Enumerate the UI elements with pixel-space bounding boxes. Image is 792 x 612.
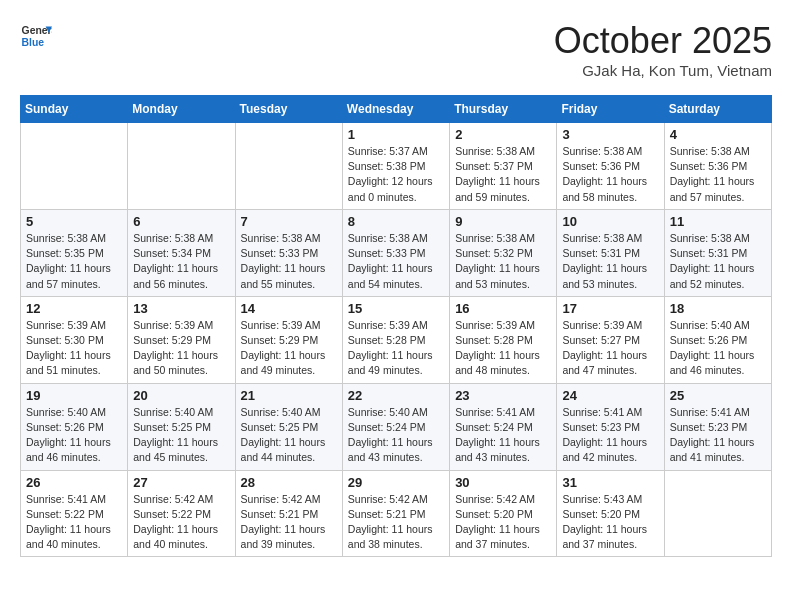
day-info: Sunrise: 5:39 AM Sunset: 5:29 PM Dayligh… [133, 318, 229, 379]
calendar-cell [21, 123, 128, 210]
svg-text:Blue: Blue [22, 37, 45, 48]
calendar-cell [664, 470, 771, 557]
day-info: Sunrise: 5:41 AM Sunset: 5:24 PM Dayligh… [455, 405, 551, 466]
day-info: Sunrise: 5:38 AM Sunset: 5:36 PM Dayligh… [562, 144, 658, 205]
day-info: Sunrise: 5:41 AM Sunset: 5:22 PM Dayligh… [26, 492, 122, 553]
day-number: 8 [348, 214, 444, 229]
calendar-cell: 22Sunrise: 5:40 AM Sunset: 5:24 PM Dayli… [342, 383, 449, 470]
day-number: 2 [455, 127, 551, 142]
calendar-cell: 7Sunrise: 5:38 AM Sunset: 5:33 PM Daylig… [235, 209, 342, 296]
column-header-tuesday: Tuesday [235, 96, 342, 123]
calendar-cell: 15Sunrise: 5:39 AM Sunset: 5:28 PM Dayli… [342, 296, 449, 383]
day-number: 6 [133, 214, 229, 229]
day-number: 29 [348, 475, 444, 490]
day-info: Sunrise: 5:37 AM Sunset: 5:38 PM Dayligh… [348, 144, 444, 205]
calendar-cell: 20Sunrise: 5:40 AM Sunset: 5:25 PM Dayli… [128, 383, 235, 470]
day-number: 22 [348, 388, 444, 403]
calendar-cell: 26Sunrise: 5:41 AM Sunset: 5:22 PM Dayli… [21, 470, 128, 557]
day-info: Sunrise: 5:40 AM Sunset: 5:25 PM Dayligh… [133, 405, 229, 466]
calendar-cell: 6Sunrise: 5:38 AM Sunset: 5:34 PM Daylig… [128, 209, 235, 296]
day-info: Sunrise: 5:42 AM Sunset: 5:22 PM Dayligh… [133, 492, 229, 553]
day-number: 30 [455, 475, 551, 490]
day-info: Sunrise: 5:40 AM Sunset: 5:25 PM Dayligh… [241, 405, 337, 466]
day-number: 25 [670, 388, 766, 403]
day-number: 5 [26, 214, 122, 229]
calendar-cell: 19Sunrise: 5:40 AM Sunset: 5:26 PM Dayli… [21, 383, 128, 470]
day-number: 4 [670, 127, 766, 142]
day-info: Sunrise: 5:42 AM Sunset: 5:21 PM Dayligh… [241, 492, 337, 553]
day-number: 11 [670, 214, 766, 229]
day-info: Sunrise: 5:40 AM Sunset: 5:26 PM Dayligh… [26, 405, 122, 466]
calendar-cell: 27Sunrise: 5:42 AM Sunset: 5:22 PM Dayli… [128, 470, 235, 557]
day-number: 27 [133, 475, 229, 490]
calendar-cell: 17Sunrise: 5:39 AM Sunset: 5:27 PM Dayli… [557, 296, 664, 383]
day-info: Sunrise: 5:38 AM Sunset: 5:37 PM Dayligh… [455, 144, 551, 205]
page-header: General Blue October 2025 GJak Ha, Kon T… [20, 20, 772, 79]
column-header-thursday: Thursday [450, 96, 557, 123]
day-number: 18 [670, 301, 766, 316]
calendar-cell [128, 123, 235, 210]
calendar-cell: 21Sunrise: 5:40 AM Sunset: 5:25 PM Dayli… [235, 383, 342, 470]
calendar-cell: 24Sunrise: 5:41 AM Sunset: 5:23 PM Dayli… [557, 383, 664, 470]
day-number: 9 [455, 214, 551, 229]
column-header-monday: Monday [128, 96, 235, 123]
logo-icon: General Blue [20, 20, 52, 52]
day-number: 14 [241, 301, 337, 316]
day-number: 19 [26, 388, 122, 403]
location: GJak Ha, Kon Tum, Vietnam [554, 62, 772, 79]
calendar-cell: 31Sunrise: 5:43 AM Sunset: 5:20 PM Dayli… [557, 470, 664, 557]
column-header-sunday: Sunday [21, 96, 128, 123]
day-info: Sunrise: 5:39 AM Sunset: 5:28 PM Dayligh… [348, 318, 444, 379]
calendar-cell: 10Sunrise: 5:38 AM Sunset: 5:31 PM Dayli… [557, 209, 664, 296]
day-info: Sunrise: 5:38 AM Sunset: 5:31 PM Dayligh… [670, 231, 766, 292]
day-number: 1 [348, 127, 444, 142]
calendar-cell [235, 123, 342, 210]
calendar-cell: 5Sunrise: 5:38 AM Sunset: 5:35 PM Daylig… [21, 209, 128, 296]
calendar-cell: 12Sunrise: 5:39 AM Sunset: 5:30 PM Dayli… [21, 296, 128, 383]
day-info: Sunrise: 5:43 AM Sunset: 5:20 PM Dayligh… [562, 492, 658, 553]
day-number: 24 [562, 388, 658, 403]
day-info: Sunrise: 5:41 AM Sunset: 5:23 PM Dayligh… [670, 405, 766, 466]
calendar-cell: 3Sunrise: 5:38 AM Sunset: 5:36 PM Daylig… [557, 123, 664, 210]
month-title: October 2025 [554, 20, 772, 62]
day-info: Sunrise: 5:39 AM Sunset: 5:29 PM Dayligh… [241, 318, 337, 379]
day-info: Sunrise: 5:38 AM Sunset: 5:33 PM Dayligh… [348, 231, 444, 292]
day-info: Sunrise: 5:38 AM Sunset: 5:31 PM Dayligh… [562, 231, 658, 292]
day-number: 23 [455, 388, 551, 403]
calendar-cell: 23Sunrise: 5:41 AM Sunset: 5:24 PM Dayli… [450, 383, 557, 470]
calendar-cell: 1Sunrise: 5:37 AM Sunset: 5:38 PM Daylig… [342, 123, 449, 210]
calendar-cell: 16Sunrise: 5:39 AM Sunset: 5:28 PM Dayli… [450, 296, 557, 383]
day-info: Sunrise: 5:38 AM Sunset: 5:36 PM Dayligh… [670, 144, 766, 205]
column-header-wednesday: Wednesday [342, 96, 449, 123]
calendar-cell: 30Sunrise: 5:42 AM Sunset: 5:20 PM Dayli… [450, 470, 557, 557]
day-info: Sunrise: 5:42 AM Sunset: 5:21 PM Dayligh… [348, 492, 444, 553]
calendar-cell: 25Sunrise: 5:41 AM Sunset: 5:23 PM Dayli… [664, 383, 771, 470]
day-number: 13 [133, 301, 229, 316]
day-info: Sunrise: 5:39 AM Sunset: 5:30 PM Dayligh… [26, 318, 122, 379]
column-header-saturday: Saturday [664, 96, 771, 123]
day-info: Sunrise: 5:38 AM Sunset: 5:32 PM Dayligh… [455, 231, 551, 292]
day-number: 28 [241, 475, 337, 490]
day-number: 20 [133, 388, 229, 403]
day-info: Sunrise: 5:42 AM Sunset: 5:20 PM Dayligh… [455, 492, 551, 553]
day-info: Sunrise: 5:38 AM Sunset: 5:33 PM Dayligh… [241, 231, 337, 292]
calendar-cell: 29Sunrise: 5:42 AM Sunset: 5:21 PM Dayli… [342, 470, 449, 557]
day-info: Sunrise: 5:40 AM Sunset: 5:26 PM Dayligh… [670, 318, 766, 379]
day-number: 31 [562, 475, 658, 490]
calendar-cell: 28Sunrise: 5:42 AM Sunset: 5:21 PM Dayli… [235, 470, 342, 557]
calendar-cell: 4Sunrise: 5:38 AM Sunset: 5:36 PM Daylig… [664, 123, 771, 210]
title-block: October 2025 GJak Ha, Kon Tum, Vietnam [554, 20, 772, 79]
day-number: 12 [26, 301, 122, 316]
day-number: 26 [26, 475, 122, 490]
day-number: 17 [562, 301, 658, 316]
calendar-table: SundayMondayTuesdayWednesdayThursdayFrid… [20, 95, 772, 557]
day-number: 3 [562, 127, 658, 142]
day-number: 21 [241, 388, 337, 403]
calendar-cell: 14Sunrise: 5:39 AM Sunset: 5:29 PM Dayli… [235, 296, 342, 383]
day-number: 16 [455, 301, 551, 316]
calendar-cell: 18Sunrise: 5:40 AM Sunset: 5:26 PM Dayli… [664, 296, 771, 383]
day-number: 15 [348, 301, 444, 316]
day-info: Sunrise: 5:40 AM Sunset: 5:24 PM Dayligh… [348, 405, 444, 466]
calendar-cell: 9Sunrise: 5:38 AM Sunset: 5:32 PM Daylig… [450, 209, 557, 296]
calendar-cell: 11Sunrise: 5:38 AM Sunset: 5:31 PM Dayli… [664, 209, 771, 296]
